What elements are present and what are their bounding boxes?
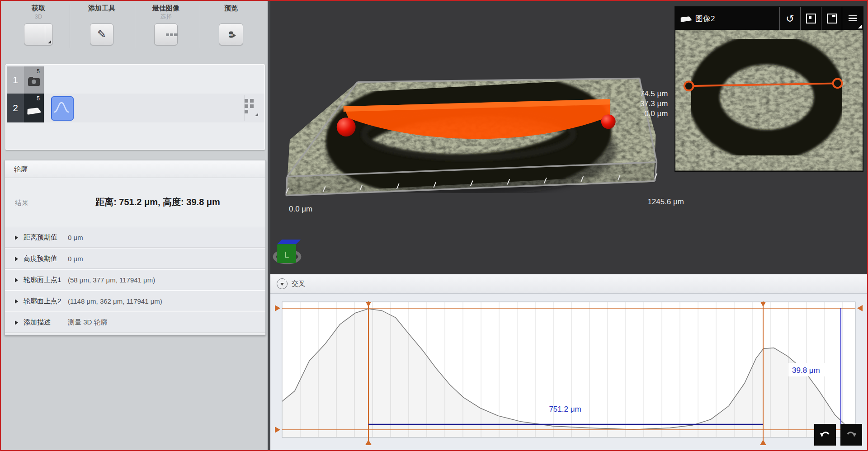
- profile-row-value: (1148 μm, 362 μm, 117941 μm): [68, 297, 162, 305]
- profile-tool-tile[interactable]: [51, 96, 74, 121]
- profile-row-distance-expected[interactable]: 距离预期值 0 μm: [5, 227, 265, 249]
- surface-3d-icon: [27, 108, 41, 115]
- position-marker-1-bottom-handle[interactable]: [365, 440, 372, 445]
- profile-panel: 轮廓 结果 距离: 751.2 μm, 高度: 39.8 μm 距离预期值 0 …: [5, 160, 266, 335]
- image-2-panel: 图像2 ↺: [675, 6, 863, 172]
- profile-row-value: 测量 3D 轮廓: [68, 318, 108, 327]
- rotate-ccw-icon: ↺: [786, 13, 794, 24]
- profile-row-label: 轮廓面上点1: [24, 276, 63, 284]
- fit-view-icon: [806, 14, 816, 23]
- layer-count-badge: 5: [37, 68, 40, 75]
- edge-arrow-right-icon[interactable]: [857, 305, 863, 311]
- expander-arrow-icon[interactable]: [15, 257, 18, 261]
- collapse-button[interactable]: [277, 278, 288, 289]
- profile-row-point2[interactable]: 轮廓面上点2 (1148 μm, 362 μm, 117941 μm): [5, 291, 265, 312]
- video-camera-icon: ∞: [229, 30, 233, 39]
- layer-row-1[interactable]: 1 5: [6, 66, 264, 94]
- profile-row-value: 0 μm: [68, 255, 83, 263]
- toolbar-group-best-image: 最佳图像 选择: [137, 4, 195, 47]
- undo-button[interactable]: [814, 424, 836, 446]
- endpoint-1-handle-2d[interactable]: [684, 81, 693, 90]
- result-row: 结果 距离: 751.2 μm, 高度: 39.8 μm: [5, 178, 265, 227]
- add-tool-button[interactable]: ✎: [90, 23, 113, 45]
- left-panel: 获取 3D 添加工具 ✎ 最佳图像 选择 预览: [1, 1, 268, 450]
- gizmo-top-face: [277, 240, 301, 244]
- profile-row-point1[interactable]: 轮廓面上点1 (58 μm, 377 μm, 117941 μm): [5, 270, 265, 291]
- toolbar-separator: [70, 5, 70, 48]
- toolbar-group-label: 获取: [9, 4, 68, 13]
- layer-count-badge: 5: [37, 95, 40, 102]
- pencil-icon: ✎: [97, 29, 106, 40]
- dropdown-corner-icon[interactable]: [48, 40, 51, 43]
- profile-row-value: (58 μm, 377 μm, 117941 μm): [68, 276, 155, 284]
- profile-row-label: 添加描述: [24, 318, 63, 327]
- endpoint-2-handle[interactable]: [601, 114, 616, 129]
- z-axis-label-mid: 37.3 μm: [640, 99, 668, 108]
- edge-arrow-left-icon[interactable]: [275, 305, 280, 311]
- dropdown-corner-icon: [858, 25, 862, 28]
- best-image-button[interactable]: [154, 23, 178, 45]
- expander-arrow-icon[interactable]: [15, 320, 18, 325]
- height-annotation: 39.8 μm: [792, 366, 820, 375]
- endpoint-1-handle[interactable]: [337, 117, 356, 136]
- toolbar-group-sublabel: [202, 13, 260, 21]
- layer-index[interactable]: 1: [7, 66, 24, 94]
- profile-row-description[interactable]: 添加描述 测量 3D 轮廓: [5, 312, 265, 334]
- toolbar-group-label: 预览: [202, 4, 260, 13]
- profile-panel-header[interactable]: 轮廓: [5, 160, 265, 178]
- layer-row-2[interactable]: 2 5: [6, 94, 264, 122]
- camera-icon: [28, 78, 40, 86]
- preview-button[interactable]: ∞: [219, 23, 243, 45]
- toolbar-group-sublabel: 3D: [9, 13, 68, 21]
- orientation-gizmo[interactable]: L: [274, 240, 301, 263]
- image-panel-header: 图像2 ↺: [675, 7, 863, 30]
- expander-arrow-icon[interactable]: [15, 235, 18, 240]
- cross-panel-title: 交叉: [292, 280, 305, 288]
- profile-row-label: 高度预期值: [24, 254, 63, 263]
- grid-dots-icon[interactable]: [245, 99, 258, 116]
- profile-row-value: 0 μm: [68, 234, 83, 241]
- endpoint-2-handle-2d[interactable]: [833, 79, 842, 88]
- z-axis-label-min: 0.0 μm: [644, 109, 668, 118]
- edge-arrow-left-icon[interactable]: [275, 427, 280, 433]
- menu-icon: [849, 15, 857, 22]
- acquire-3d-button[interactable]: [24, 23, 53, 45]
- profile-row-height-expected[interactable]: 高度预期值 0 μm: [5, 249, 265, 270]
- toolbar-group-label: 添加工具: [72, 4, 131, 13]
- profile-row-label: 距离预期值: [24, 233, 63, 242]
- layer-index[interactable]: 2: [7, 94, 24, 122]
- toolbar-group-preview: 预览 ∞: [202, 4, 260, 47]
- toolbar-separator: [200, 5, 200, 48]
- profile-row-label: 轮廓面上点2: [24, 297, 63, 305]
- x-axis-min-label: 0.0 μm: [289, 205, 312, 213]
- toolbar-group-acquire: 获取 3D: [9, 4, 68, 47]
- cross-panel-header: 交叉: [270, 274, 868, 294]
- toolbar-group-label: 最佳图像: [137, 4, 195, 13]
- result-value: 距离: 751.2 μm, 高度: 39.8 μm: [59, 196, 256, 208]
- layout-button[interactable]: [821, 7, 842, 30]
- layout-icon: [827, 14, 837, 23]
- layer-type-cell[interactable]: 5: [24, 66, 44, 94]
- layer-type-cell[interactable]: 5: [24, 94, 44, 122]
- result-label: 结果: [15, 199, 28, 207]
- layers-panel: 1 5 2 5: [5, 64, 265, 150]
- image-panel-title: 图像2: [695, 14, 779, 24]
- cross-section-chart: 751.2 μm 39.8 μm: [270, 274, 868, 451]
- toolbar-group-sublabel: 选择: [137, 13, 195, 21]
- undo-icon: [819, 428, 831, 441]
- toolbar-group-sublabel: [72, 13, 131, 21]
- surface-3d-icon: [681, 16, 692, 22]
- redo-icon: [845, 428, 858, 441]
- menu-button[interactable]: [842, 7, 863, 30]
- rotate-ccw-button[interactable]: ↺: [779, 7, 800, 30]
- fit-view-button[interactable]: [800, 7, 821, 30]
- gizmo-letter: L: [284, 250, 289, 259]
- expander-arrow-icon[interactable]: [15, 299, 18, 304]
- redo-button[interactable]: [840, 424, 862, 446]
- position-marker-2-bottom-handle[interactable]: [760, 440, 766, 445]
- expander-arrow-icon[interactable]: [15, 278, 18, 282]
- profile-panel-title: 轮廓: [14, 165, 28, 174]
- image-2-view[interactable]: [675, 30, 863, 171]
- x-axis-max-label: 1245.6 μm: [647, 198, 684, 207]
- toolbar-separator: [135, 5, 135, 48]
